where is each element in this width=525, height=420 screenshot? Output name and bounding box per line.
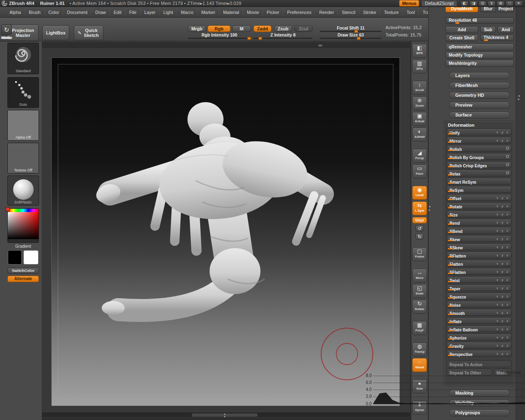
- deformation-slider[interactable]: RFlatten x y z: [447, 251, 511, 258]
- deformation-slider[interactable]: Rotate x y z: [447, 202, 511, 209]
- current-alpha-thumbnail[interactable]: Alpha Off: [7, 110, 39, 141]
- mask-button[interactable]: Mask: [494, 368, 511, 375]
- window-control-button[interactable]: ✕: [515, 1, 523, 6]
- axis-toggles[interactable]: x y z: [497, 270, 509, 274]
- deformation-slider[interactable]: Mirror x y z: [447, 137, 511, 144]
- sculpt-model[interactable]: [52, 58, 400, 406]
- shelf-button[interactable]: ↕ Scroll: [412, 81, 427, 95]
- canvas-zoom-strip[interactable]: [42, 43, 410, 48]
- current-stroke-thumbnail[interactable]: Dots: [7, 77, 39, 108]
- shelf-button[interactable]: ↻: [415, 233, 424, 240]
- panel-divider-handle[interactable]: ◂▸: [518, 94, 520, 101]
- sub-button[interactable]: Sub: [480, 26, 496, 33]
- menu-item[interactable]: Edit: [110, 7, 126, 17]
- subpalette-header[interactable]: FiberMesh: [449, 82, 510, 89]
- slider-handle[interactable]: [484, 39, 488, 41]
- subpalette-header[interactable]: Surface: [449, 112, 510, 119]
- axis-toggles[interactable]: x y z: [497, 204, 509, 208]
- axis-toggles[interactable]: x y z: [497, 262, 509, 265]
- axis-toggles[interactable]: x y z: [497, 336, 509, 339]
- shelf-button[interactable]: ↔ Move: [412, 269, 427, 283]
- axis-toggles[interactable]: x y z: [497, 229, 509, 233]
- deformation-slider[interactable]: Polish Crisp Edges: [447, 161, 511, 168]
- menu-item[interactable]: Picker: [263, 7, 283, 17]
- deformation-slider[interactable]: Squeeze x y z: [447, 292, 511, 299]
- canvas-horizontal-scrollbar[interactable]: ▴▾: [42, 413, 410, 417]
- axis-toggles[interactable]: x y z: [497, 352, 509, 356]
- alt-mode-circle-icon[interactable]: [506, 147, 509, 150]
- deformation-slider[interactable]: Unify x y z: [447, 128, 511, 135]
- subpalette-header[interactable]: Polygroups: [449, 409, 510, 416]
- shelf-button[interactable]: ↻ Rotate: [412, 300, 427, 314]
- resolution-slider[interactable]: Resolution 48: [445, 17, 514, 24]
- subpalette-header[interactable]: Masking: [449, 390, 510, 397]
- axis-toggles[interactable]: x y z: [497, 196, 509, 200]
- shelf-button[interactable]: ◉ Local: [412, 186, 427, 200]
- menu-item[interactable]: Layer: [141, 7, 160, 17]
- menu-item[interactable]: Color: [45, 7, 63, 17]
- shelf-button[interactable]: ◐ AAHalf: [412, 128, 427, 142]
- menu-item[interactable]: Draw: [91, 7, 110, 17]
- alt-mode-circle-icon[interactable]: [506, 155, 509, 158]
- deformation-slider[interactable]: Polish: [447, 145, 511, 152]
- zoom-strip-handle[interactable]: [318, 44, 323, 47]
- axis-toggles[interactable]: x y z: [497, 130, 509, 134]
- subpalette-header[interactable]: Layers: [449, 72, 510, 79]
- axis-toggles[interactable]: x y z: [497, 294, 509, 298]
- shelf-button[interactable]: ▥ SPix: [412, 59, 427, 73]
- shelf-button[interactable]: ↺: [415, 225, 424, 232]
- deformation-slider[interactable]: Polish By Groups: [447, 153, 511, 160]
- thickness-slider[interactable]: Thickness 4: [480, 34, 514, 41]
- subpalette-header[interactable]: Visibility: [449, 399, 510, 406]
- deformation-slider[interactable]: Smooth x y z: [447, 309, 511, 316]
- hue-bar[interactable]: [8, 209, 39, 212]
- deformation-title[interactable]: Deformation: [445, 121, 514, 128]
- window-control-button[interactable]: ⊡: [479, 1, 486, 6]
- menu-item[interactable]: Movie: [243, 7, 263, 17]
- qremesher-button[interactable]: qRemesher: [445, 43, 514, 50]
- main-color-swatch[interactable]: [8, 250, 22, 265]
- deformation-slider[interactable]: Taper x y z: [447, 284, 511, 291]
- window-control-button[interactable]: ◨: [470, 1, 477, 6]
- shelf-button[interactable]: ⇆ L.Sym: [412, 201, 427, 215]
- draw-size-slider[interactable]: Draw Size 63: [320, 32, 381, 39]
- axis-toggles[interactable]: x y z: [497, 245, 509, 249]
- subpalette-header[interactable]: Geometry HD: [449, 92, 510, 99]
- axis-toggles[interactable]: x y z: [497, 286, 509, 290]
- menu-item[interactable]: Marker: [198, 7, 219, 17]
- repeat-to-other-button[interactable]: Repeat To Other: [447, 368, 492, 375]
- mrgb-button[interactable]: Mrgb: [188, 25, 206, 32]
- slider-handle[interactable]: [258, 37, 262, 40]
- axis-toggles[interactable]: x y z: [497, 278, 509, 282]
- menu-item[interactable]: File: [126, 7, 141, 17]
- add-button[interactable]: Add: [445, 26, 478, 33]
- default-zscript-button[interactable]: DefaultZScript: [421, 0, 457, 7]
- menu-item[interactable]: Render: [315, 7, 338, 17]
- axis-toggles[interactable]: x y z: [497, 237, 509, 241]
- deformation-slider[interactable]: Noise x y z: [447, 301, 511, 308]
- menu-item[interactable]: Texture: [380, 7, 403, 17]
- current-brush-thumbnail[interactable]: Standard: [7, 43, 39, 74]
- secondary-color-swatch[interactable]: [23, 250, 39, 265]
- slider-handle[interactable]: [455, 22, 459, 24]
- axis-toggles[interactable]: x y z: [497, 311, 509, 315]
- scrollbar-arrows-icon[interactable]: ▴▾: [224, 412, 226, 418]
- axis-toggles[interactable]: x y z: [497, 327, 509, 331]
- menu-item[interactable]: Preferences: [283, 7, 315, 17]
- slider-handle[interactable]: [247, 37, 251, 40]
- shelf-button[interactable]: ◧ BPR: [412, 44, 427, 58]
- shelf-button[interactable]: ▢ Frame: [412, 247, 427, 261]
- alt-mode-circle-icon[interactable]: [506, 163, 509, 166]
- shelf-button[interactable]: ▦ PolyF: [412, 321, 427, 335]
- zsub-button[interactable]: Zsub: [274, 25, 292, 32]
- shelf-button[interactable]: ◱ Scale: [412, 284, 427, 298]
- tray-divider-handle[interactable]: ◂▸: [429, 205, 430, 212]
- menu-item[interactable]: Stroke: [359, 7, 380, 17]
- saturation-value-square[interactable]: [8, 212, 39, 239]
- current-texture-thumbnail[interactable]: Texture Off: [7, 143, 39, 173]
- shelf-button[interactable]: ◢ Persp: [412, 149, 427, 163]
- window-control-button[interactable]: □: [506, 1, 514, 6]
- shelf-button[interactable]: ▭ Floor: [412, 164, 427, 178]
- project-toggle[interactable]: Project: [498, 7, 514, 12]
- mode-button[interactable]: ↻ Rotate: [0, 24, 13, 42]
